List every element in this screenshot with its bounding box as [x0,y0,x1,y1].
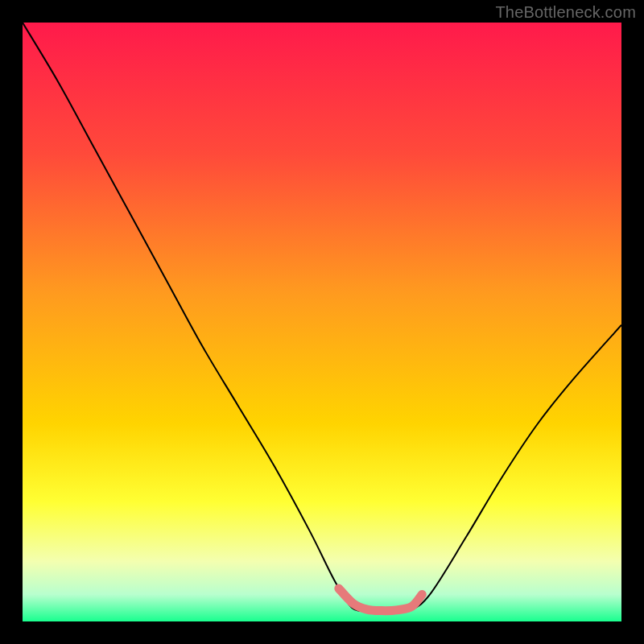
gradient-panel [23,23,621,621]
chart-stage: TheBottleneck.com [0,0,644,644]
watermark-text: TheBottleneck.com [495,3,636,22]
bottleneck-chart [23,23,621,621]
